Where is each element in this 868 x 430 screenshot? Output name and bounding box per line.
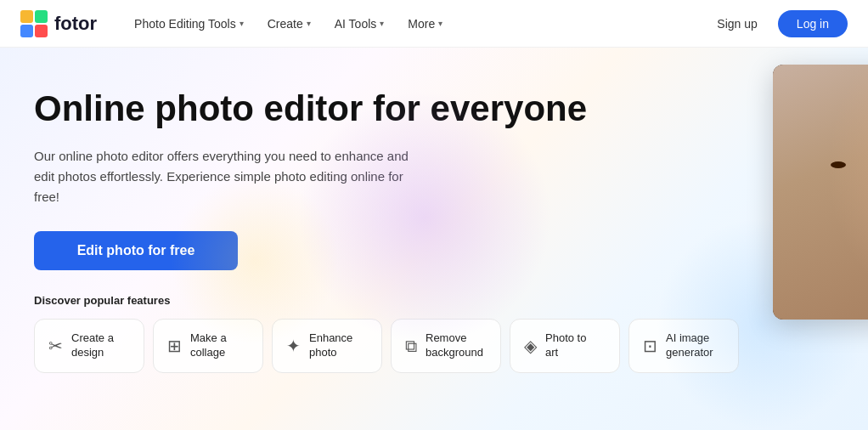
logo-icon bbox=[20, 10, 48, 37]
feature-label: Make acollage bbox=[190, 331, 227, 360]
feature-make-collage[interactable]: ⊞ Make acollage bbox=[153, 319, 263, 373]
photo-to-art-icon: ◈ bbox=[524, 336, 537, 356]
feature-label: Photo toart bbox=[545, 331, 586, 360]
hero-right: ⊞ ◈ ☺ ◉ ⊡ ✂ T ⊡ Crop ⊞ Resize bbox=[773, 48, 868, 430]
chevron-down-icon: ▾ bbox=[438, 19, 442, 28]
hero-description: Our online photo editor offers everythin… bbox=[34, 146, 425, 207]
feature-create-design[interactable]: ✂ Create adesign bbox=[34, 319, 144, 373]
features-list: ✂ Create adesign ⊞ Make acollage ✦ Enhan… bbox=[34, 319, 739, 373]
editor-mockup: ⊞ ◈ ☺ ◉ ⊡ ✂ T ⊡ Crop ⊞ Resize bbox=[773, 65, 868, 320]
feature-photo-to-art[interactable]: ◈ Photo toart bbox=[510, 319, 620, 373]
logo-text: fotor bbox=[54, 13, 97, 35]
nav-item-photo-editing-tools[interactable]: Photo Editing Tools ▾ bbox=[124, 12, 254, 36]
feature-remove-background[interactable]: ⧉ Removebackground bbox=[391, 319, 501, 373]
feature-label: Create adesign bbox=[71, 331, 114, 360]
feature-enhance-photo[interactable]: ✦ Enhancephoto bbox=[272, 319, 382, 373]
nav-item-more[interactable]: More ▾ bbox=[397, 12, 453, 36]
hero-title: Online photo editor for everyone bbox=[34, 88, 739, 129]
navbar: fotor Photo Editing Tools ▾ Create ▾ AI … bbox=[0, 0, 868, 48]
nav-auth: Sign up Log in bbox=[707, 10, 848, 37]
nav-item-ai-tools[interactable]: AI Tools ▾ bbox=[324, 12, 395, 36]
enhance-photo-icon: ✦ bbox=[286, 336, 301, 356]
photo-background bbox=[773, 65, 868, 320]
remove-background-icon: ⧉ bbox=[405, 337, 417, 356]
edit-photo-cta-button[interactable]: Edit photo for free bbox=[34, 231, 238, 270]
feature-label: Enhancephoto bbox=[309, 331, 352, 360]
svg-rect-1 bbox=[35, 10, 48, 23]
create-design-icon: ✂ bbox=[48, 336, 63, 356]
chevron-down-icon: ▾ bbox=[380, 19, 384, 28]
hero-left: Online photo editor for everyone Our onl… bbox=[0, 48, 773, 430]
svg-rect-0 bbox=[20, 10, 33, 23]
nav-links: Photo Editing Tools ▾ Create ▾ AI Tools … bbox=[124, 12, 707, 36]
ai-image-generator-icon: ⊡ bbox=[643, 336, 657, 356]
svg-rect-2 bbox=[20, 25, 33, 37]
logo[interactable]: fotor bbox=[20, 10, 97, 37]
chevron-down-icon: ▾ bbox=[240, 19, 244, 28]
make-collage-icon: ⊞ bbox=[167, 336, 182, 356]
signup-button[interactable]: Sign up bbox=[707, 12, 767, 36]
chevron-down-icon: ▾ bbox=[307, 19, 311, 28]
login-button[interactable]: Log in bbox=[778, 10, 848, 37]
feature-ai-image-generator[interactable]: ⊡ AI imagegenerator bbox=[628, 319, 739, 373]
discover-label: Discover popular features bbox=[34, 294, 739, 307]
svg-rect-3 bbox=[35, 25, 48, 37]
hero-section: Online photo editor for everyone Our onl… bbox=[0, 48, 868, 430]
feature-label: Removebackground bbox=[426, 331, 483, 360]
nav-item-create[interactable]: Create ▾ bbox=[257, 12, 321, 36]
feature-label: AI imagegenerator bbox=[666, 331, 713, 360]
